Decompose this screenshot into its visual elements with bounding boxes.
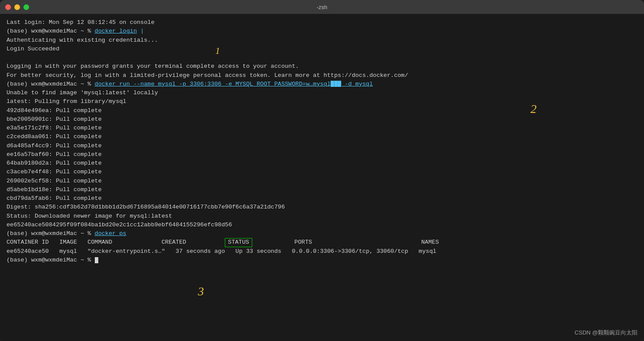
- annotation-3: 3: [198, 282, 204, 301]
- terminal-line: (base) wxm@wxmdeiMac ~ % docker run --na…: [7, 80, 637, 89]
- terminal-line: (base) wxm@wxmdeiMac ~ % docker ps: [7, 229, 637, 238]
- annotation-1: 1: [215, 43, 220, 58]
- terminal-line: (base) wxm@wxmdeiMac ~ % docker login |: [7, 27, 637, 36]
- maximize-button[interactable]: [23, 4, 29, 10]
- table-header: CONTAINER ID IMAGE COMMAND CREATED STATU…: [7, 238, 637, 247]
- terminal-line: c2cedd8aa061: Pull complete: [7, 132, 637, 141]
- terminal-line: e3a5e171c2f8: Pull complete: [7, 124, 637, 132]
- titlebar: -zsh: [0, 0, 644, 14]
- terminal-line: c3aceb7e4f48: Pull complete: [7, 168, 637, 176]
- terminal-line: d5abeb1bd18e: Pull complete: [7, 185, 637, 194]
- terminal-line: ee65240ace5084295f09f084ba1bd20e2c1cc12a…: [7, 221, 637, 229]
- terminal-line: d6a485af4cc9: Pull complete: [7, 142, 637, 150]
- terminal-line: 492d84e496ea: Pull complete: [7, 106, 637, 115]
- watermark: CSDN @颗颗豌豆向太阳: [574, 328, 637, 337]
- traffic-lights: [5, 4, 29, 10]
- table-row: ee65240ace50 mysql "docker-entrypoint.s……: [7, 247, 637, 256]
- terminal-line: Status: Downloaded newer image for mysql…: [7, 212, 637, 221]
- terminal-line: 269002e5cf58: Pull complete: [7, 177, 637, 185]
- terminal-line: Authenticating with existing credentials…: [7, 36, 637, 45]
- minimize-button[interactable]: [14, 4, 20, 10]
- terminal-line: Last login: Mon Sep 12 08:12:45 on conso…: [7, 18, 637, 27]
- terminal-line: [7, 53, 637, 62]
- terminal-line: bbe20050901c: Pull complete: [7, 115, 637, 124]
- status-column-header: STATUS: [225, 238, 252, 247]
- terminal-line: Login Succeeded: [7, 45, 637, 53]
- terminal-line: Digest: sha256:cdf3b62d78d1bbb1d2bd67168…: [7, 203, 637, 212]
- terminal-line: cbd79da5fab6: Pull complete: [7, 194, 637, 203]
- terminal-line: Logging in with your password grants you…: [7, 62, 637, 71]
- terminal-line: ee16a57baf60: Pull complete: [7, 150, 637, 159]
- terminal-line: latest: Pulling from library/mysql: [7, 97, 637, 106]
- terminal-line: 64bab9180d2a: Pull complete: [7, 159, 637, 168]
- window-title: -zsh: [317, 4, 327, 10]
- terminal-line: For better security, log in with a limit…: [7, 71, 637, 80]
- terminal-body[interactable]: Last login: Mon Sep 12 08:12:45 on conso…: [0, 14, 644, 341]
- annotation-2: 2: [531, 100, 537, 118]
- terminal-prompt: (base) wxm@wxmdeiMac ~ %: [7, 256, 637, 265]
- terminal-window: -zsh Last login: Mon Sep 12 08:12:45 on …: [0, 0, 644, 341]
- terminal-line: Unable to find image 'mysql:latest' loca…: [7, 89, 637, 97]
- close-button[interactable]: [5, 4, 11, 10]
